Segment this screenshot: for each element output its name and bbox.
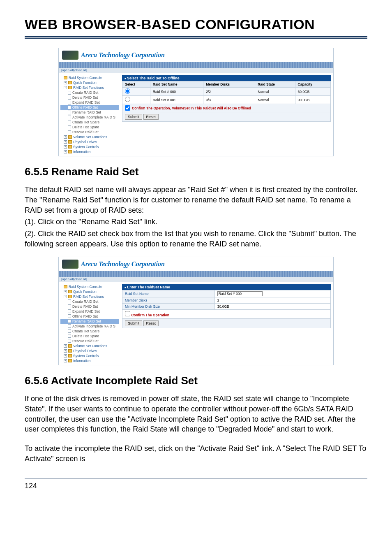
folder-icon bbox=[68, 145, 72, 149]
page-icon bbox=[68, 309, 71, 313]
sidebar-item-create[interactable]: Create RAID Set bbox=[60, 90, 119, 95]
sidebar-item-info[interactable]: +Information bbox=[60, 358, 119, 363]
plus-icon: + bbox=[64, 140, 67, 144]
paragraph: The default RAID set name will always ap… bbox=[25, 185, 367, 215]
page-icon bbox=[68, 125, 71, 129]
page-icon bbox=[68, 314, 71, 318]
reset-button[interactable]: Reset bbox=[143, 320, 159, 326]
row-radio[interactable] bbox=[125, 97, 130, 102]
submit-button[interactable]: Submit bbox=[125, 114, 142, 120]
sidebar-item-volset[interactable]: +Volume Set Functions bbox=[60, 343, 119, 348]
plus-icon: + bbox=[64, 344, 67, 348]
paragraph: If one of the disk drives is removed in … bbox=[25, 394, 367, 434]
cell-cap: 60.0GB bbox=[295, 88, 330, 96]
row-radio[interactable] bbox=[125, 88, 130, 94]
tree-root[interactable]: Raid System Console bbox=[60, 284, 119, 289]
sidebar-item-delete[interactable]: Delete RAID Set bbox=[60, 95, 119, 100]
sidebar-item-offline[interactable]: Offline RAID Set bbox=[60, 314, 119, 319]
raidset-name-input[interactable] bbox=[217, 291, 263, 296]
sidebar-item-chs[interactable]: Create Hot Spare bbox=[60, 120, 119, 125]
col-mem: Member Disks bbox=[203, 81, 255, 88]
folder-icon bbox=[68, 290, 72, 293]
title-underline bbox=[25, 38, 367, 39]
submit-button[interactable]: Submit bbox=[125, 320, 142, 326]
minus-icon: - bbox=[64, 86, 67, 89]
sidebar-item-dhs[interactable]: Delete Hot Spare bbox=[60, 125, 119, 130]
plus-icon: + bbox=[64, 145, 67, 149]
sidebar-item-expand[interactable]: Expand RAID Set bbox=[60, 309, 119, 314]
sidebar-item-chs[interactable]: Create Hot Spare bbox=[60, 329, 119, 334]
plus-icon: + bbox=[64, 81, 67, 84]
raidset-table: Select Raid Set Name Member Disks Raid S… bbox=[122, 81, 331, 104]
page-icon bbox=[68, 116, 71, 119]
rename-table: Raid Set Name Member Disks2 Min Member D… bbox=[122, 290, 331, 310]
sidebar-item-rename[interactable]: Rename RAID Set bbox=[60, 110, 119, 115]
footer-rule bbox=[25, 479, 367, 479]
sidebar-item-phys[interactable]: +Physical Drives bbox=[60, 139, 119, 144]
sidebar-item-offline[interactable]: Offline RAID Set bbox=[60, 105, 119, 110]
minus-icon: - bbox=[64, 295, 67, 298]
confirm-checkbox-label[interactable]: Confirm The Operation bbox=[125, 313, 169, 317]
section-heading-rename: 6.5.5 Rename Raid Set bbox=[25, 165, 367, 178]
page-icon bbox=[68, 334, 71, 338]
tree-toolbar[interactable]: |open all|close all| bbox=[59, 277, 333, 282]
sidebar-item-quick[interactable]: +Quick Function bbox=[60, 289, 119, 294]
kv-val bbox=[214, 290, 330, 297]
sidebar-item-rescue[interactable]: Rescue Raid Set bbox=[60, 130, 119, 135]
confirm-checkbox-label[interactable]: Confirm The Operation, VolumeSet In This… bbox=[125, 105, 328, 111]
console-icon bbox=[64, 76, 67, 79]
cell-state: Normal bbox=[255, 96, 295, 104]
sidebar-item-activate[interactable]: Activate Incomplete RAID S bbox=[60, 324, 119, 329]
page-icon bbox=[68, 329, 71, 333]
sidebar-item-delete[interactable]: Delete RAID Set bbox=[60, 304, 119, 309]
page-icon bbox=[68, 111, 71, 114]
tree-toolbar[interactable]: |open all|close all| bbox=[59, 68, 333, 73]
sidebar-item-expand[interactable]: Expand RAID Set bbox=[60, 100, 119, 105]
plus-icon: + bbox=[64, 290, 67, 293]
plus-icon: + bbox=[64, 354, 67, 357]
sidebar-item-sysc[interactable]: +System Controls bbox=[60, 144, 119, 149]
folder-icon bbox=[68, 150, 72, 153]
page-icon bbox=[68, 319, 71, 323]
confirm-checkbox[interactable] bbox=[125, 105, 130, 111]
page-icon bbox=[68, 121, 71, 124]
plus-icon: + bbox=[64, 349, 67, 353]
cell-name: Raid Set # 001 bbox=[150, 96, 203, 104]
folder-icon bbox=[68, 349, 72, 353]
table-row: Raid Set # 000 2/2 Normal 60.0GB bbox=[122, 88, 331, 96]
sidebar-item-raidset[interactable]: -RAID Set Functions bbox=[60, 294, 119, 299]
col-cap: Capacity bbox=[295, 81, 330, 88]
sidebar-item-volset[interactable]: +Volume Set Functions bbox=[60, 135, 119, 139]
section-heading-activate: 6.5.6 Activate Incomplete Raid Set bbox=[25, 374, 367, 387]
sidebar-item-info[interactable]: +Information bbox=[60, 149, 119, 154]
sidebar-item-activate[interactable]: Activate Incomplete RAID S bbox=[60, 115, 119, 120]
decor-ribbon bbox=[59, 271, 333, 277]
cell-cap: 90.0GB bbox=[295, 96, 330, 104]
page-icon bbox=[68, 299, 71, 303]
sidebar-item-create[interactable]: Create RAID Set bbox=[60, 299, 119, 304]
col-name: Raid Set Name bbox=[150, 81, 203, 88]
sidebar-item-rename[interactable]: Rename RAID Set bbox=[60, 319, 119, 324]
cell-name: Raid Set # 000 bbox=[150, 88, 203, 96]
paragraph: (1). Click on the "Rename Raid Set" link… bbox=[25, 217, 367, 227]
sidebar-item-sysc[interactable]: +System Controls bbox=[60, 353, 119, 358]
page-number: 124 bbox=[25, 482, 367, 490]
panel-title: Enter The RaidSet Name bbox=[122, 284, 331, 290]
folder-icon bbox=[68, 140, 72, 144]
folder-icon bbox=[68, 354, 72, 357]
sidebar-item-phys[interactable]: +Physical Drives bbox=[60, 348, 119, 353]
folder-icon bbox=[68, 344, 72, 348]
sidebar-item-raidset[interactable]: -RAID Set Functions bbox=[60, 85, 119, 90]
tree-sidebar: Raid System Console +Quick Function -RAI… bbox=[59, 283, 120, 365]
confirm-text: Confirm The Operation, VolumeSet In This… bbox=[132, 106, 251, 110]
tree-root[interactable]: Raid System Console bbox=[60, 75, 119, 80]
sidebar-item-quick[interactable]: +Quick Function bbox=[60, 80, 119, 85]
console-icon bbox=[64, 285, 67, 288]
confirm-checkbox[interactable] bbox=[125, 311, 130, 316]
cell-state: Normal bbox=[255, 88, 295, 96]
sidebar-item-rescue[interactable]: Rescue Raid Set bbox=[60, 339, 119, 343]
sidebar-item-dhs[interactable]: Delete Hot Spare bbox=[60, 334, 119, 339]
confirm-text: Confirm The Operation bbox=[131, 313, 169, 317]
plus-icon: + bbox=[64, 135, 67, 139]
reset-button[interactable]: Reset bbox=[143, 114, 159, 120]
